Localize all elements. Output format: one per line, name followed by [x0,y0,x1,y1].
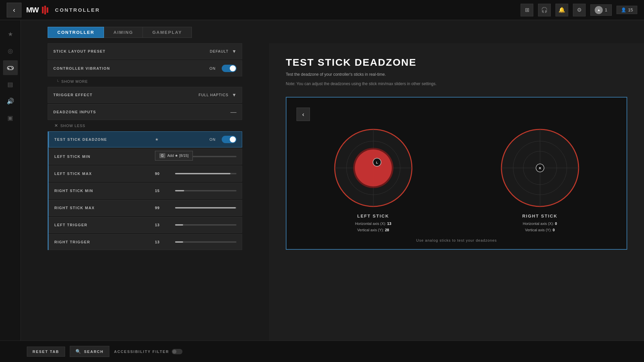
right-stick-svg: R [500,128,580,208]
stick-layout-value: DEFAULT [210,49,228,53]
left-trigger-slider[interactable] [175,224,236,226]
profile-avatar: ▲ [595,6,603,14]
left-stick-name: LEFT STICK [355,214,391,219]
right-stick-min-slider[interactable] [175,190,236,191]
trigger-effect-row[interactable]: TRIGGER EFFECT FULL HAPTICS ▼ [48,87,242,103]
logo-bar-2 [44,6,46,14]
vibration-toggle[interactable] [222,65,236,72]
sidebar-item-audio[interactable]: ▤ [3,77,18,92]
right-stick-axis-x: Horizontal axis (X): 0 [522,221,557,227]
left-stick-axis-x: Horizontal axis (X): 13 [355,221,391,227]
toggle-thumb [230,65,236,71]
nav-right: ⊞ 🎧 🔔 ⚙ ▲ 1 👤 15 [521,4,637,16]
tab-gameplay[interactable]: GAMEPLAY [143,27,192,38]
left-stick-max-fill [175,173,230,174]
panels-row: STICK LAYOUT PRESET DEFAULT ▼ CONTROLLER… [21,43,644,362]
sidebar-item-gamepad[interactable] [3,60,18,75]
svg-text:R: R [539,167,541,170]
user-level: 15 [628,7,633,12]
right-stick-max-label: RIGHT STICK MAX [54,206,155,210]
left-stick-svg: L [333,128,414,208]
left-trigger-row[interactable]: LEFT TRIGGER 13 [49,217,242,233]
left-stick-max-row[interactable]: LEFT STICK MAX 90 [49,166,242,182]
test-stick-deadzone-row[interactable]: TEST STICK DEADZONE ★ ON [49,131,242,147]
accessibility-toggle-track[interactable] [172,349,182,354]
vibration-control: ON [154,65,236,72]
right-stick-max-fill [175,207,236,208]
right-trigger-control [175,241,236,243]
tab-controller[interactable]: CONTROLLER [48,27,104,38]
back-button[interactable]: ‹ [7,3,21,17]
logo-bars [42,6,48,14]
sidebar-item-controller[interactable]: ◎ [3,44,18,58]
right-stick-circle: R [500,128,580,208]
right-stick-min-row[interactable]: RIGHT STICK MIN 15 [49,183,242,199]
left-axis-y-value: 28 [385,228,389,232]
logo-text: MW [26,6,39,14]
deadzone-panel: TEST STICK DEADZONE Test the deadzone of… [269,43,644,362]
trigger-effect-label: TRIGGER EFFECT [53,93,154,97]
svg-text:L: L [376,161,378,164]
sidebar-item-favorites[interactable]: ★ [3,27,18,42]
left-stick-min-row[interactable]: LEFT STICK MIN 25 [49,148,242,165]
sticks-row: L LEFT STICK Horizontal axis (X): 13 Ver… [297,128,616,233]
sidebar-item-interface[interactable]: 🔊 [3,94,18,109]
test-stick-toggle[interactable] [222,136,236,143]
test-stick-control: ON [161,136,236,143]
left-trigger-label: LEFT TRIGGER [54,223,155,227]
dropdown-arrow-icon: ▼ [232,49,236,54]
right-axis-x-label: Horizontal axis (X): [523,222,555,226]
left-stick-axis-y: Vertical axis (Y): 28 [355,227,391,233]
left-axis-x-value: 13 [387,222,391,226]
user-section[interactable]: 👤 15 [616,6,637,14]
fav-key: G [159,153,165,158]
search-button[interactable]: 🔍 SEARCH [70,346,109,357]
left-stick-max-label: LEFT STICK MAX [54,172,155,176]
collapse-icon[interactable]: — [230,109,236,116]
headset-icon-btn[interactable]: 🎧 [538,4,551,16]
gear-icon-btn[interactable]: ⚙ [573,4,586,16]
right-stick-max-row[interactable]: RIGHT STICK MAX 99 [49,200,242,216]
reset-tab-button[interactable]: RESET TAB [27,347,65,357]
show-more-row[interactable]: └ SHOW MORE [48,77,242,85]
show-less-x-icon: ✕ [54,123,58,128]
deadzone-visualization: ‹ [286,97,627,250]
accessibility-filter[interactable]: ACCESSIBILITY FILTER [114,349,182,354]
right-trigger-value: 13 [155,240,175,244]
user-icon: 👤 [621,7,626,12]
left-trigger-value: 13 [155,223,175,227]
svg-point-3 [11,67,12,68]
stick-layout-preset-row[interactable]: STICK LAYOUT PRESET DEFAULT ▼ [48,43,242,59]
right-stick-max-value: 99 [155,206,175,210]
tab-aiming[interactable]: AIMING [104,27,143,38]
right-stick-min-value: 15 [155,189,175,193]
deadzone-inputs-row[interactable]: DEADZONE INPUTS — [48,104,242,120]
show-less-row[interactable]: ✕ SHOW LESS [48,121,242,130]
left-stick-max-slider[interactable] [175,173,236,174]
profile-section[interactable]: ▲ 1 [590,4,611,16]
test-stick-toggle-thumb [230,136,236,142]
left-stick-max-value: 90 [155,172,175,176]
search-label: SEARCH [84,350,104,354]
logo-bar-3 [47,7,48,13]
right-stick-name: RIGHT STICK [522,214,557,219]
right-stick-max-slider[interactable] [175,207,236,208]
controller-vibration-row[interactable]: CONTROLLER VIBRATION ON [48,60,242,76]
bell-icon-btn[interactable]: 🔔 [555,4,568,16]
bottom-bar: RESET TAB 🔍 SEARCH ACCESSIBILITY FILTER [0,341,644,362]
right-stick-container: R RIGHT STICK Horizontal axis (X): 0 Ver… [500,128,580,233]
sidebar-item-account[interactable]: ▣ [3,111,18,125]
top-nav: ‹ MW CONTROLLER ⊞ 🎧 🔔 ⚙ ▲ 1 👤 15 [0,0,644,20]
right-trigger-slider[interactable] [175,241,236,243]
grid-icon-btn[interactable]: ⊞ [521,4,533,16]
right-trigger-row[interactable]: RIGHT TRIGGER 13 [49,234,242,250]
right-stick-max-control [175,207,236,208]
deadzone-back-button[interactable]: ‹ [297,108,310,121]
show-more-label: SHOW MORE [61,79,88,83]
right-stick-min-fill [175,190,184,191]
search-icon: 🔍 [75,349,82,354]
left-stick-max-control [175,173,236,174]
left-stick-labels: LEFT STICK Horizontal axis (X): 13 Verti… [355,214,391,233]
accessibility-toggle-thumb [172,350,176,354]
stick-layout-label: STICK LAYOUT PRESET [53,49,154,53]
